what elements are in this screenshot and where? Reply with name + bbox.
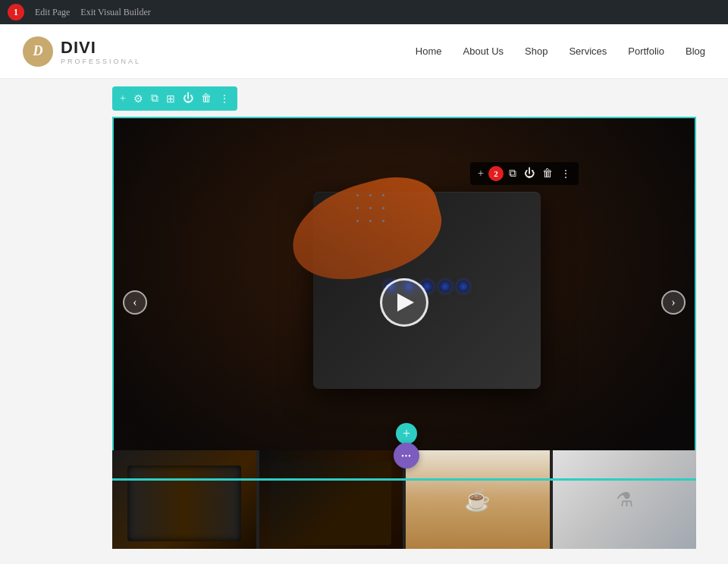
slider-next-button[interactable]: › [661, 290, 686, 315]
badge-2: 2 [488, 166, 504, 181]
section-add-icon[interactable]: + [120, 92, 126, 105]
module-disable-icon[interactable]: ⏻ [524, 168, 535, 180]
section-toolbar: + ⚙ ⧉ ⊞ ⏻ 🗑 ⋮ [112, 86, 237, 111]
thumbnail-4[interactable] [553, 450, 697, 549]
nav-home[interactable]: Home [416, 45, 442, 57]
section-settings-icon[interactable]: ⚙ [133, 92, 143, 105]
machine-body [313, 192, 541, 389]
module-duplicate-icon[interactable]: ⧉ [509, 168, 516, 180]
thumbnail-1[interactable] [112, 450, 256, 549]
section-disable-icon[interactable]: ⏻ [183, 92, 193, 105]
content-area: + ⚙ ⧉ ⊞ ⏻ 🗑 ⋮ [0, 79, 728, 564]
site-header: D DIVI PROFESSIONAL Home About Us Shop S… [0, 24, 728, 79]
logo-text: DIVI PROFESSIONAL [61, 38, 141, 65]
section-duplicate-icon[interactable]: ⧉ [151, 92, 158, 105]
module-toolbar: + ⚙ ⧉ ⏻ 🗑 ⋮ [470, 162, 579, 185]
main-nav: Home About Us Shop Services Portfolio Bl… [416, 45, 705, 57]
play-triangle-icon [397, 293, 414, 312]
nav-about[interactable]: About Us [463, 45, 504, 57]
admin-bar: 1 Edit Page Exit Visual Builder [0, 0, 728, 24]
nav-portfolio[interactable]: Portfolio [628, 45, 664, 57]
section-grid-icon[interactable]: ⊞ [166, 92, 175, 105]
floating-dots-button[interactable] [394, 443, 419, 468]
grid-dots [356, 194, 384, 233]
thumbnail-2[interactable] [259, 450, 403, 549]
exit-visual-builder-link[interactable]: Exit Visual Builder [80, 7, 150, 18]
nav-shop[interactable]: Shop [525, 45, 548, 57]
section-more-icon[interactable]: ⋮ [219, 92, 230, 105]
machine-btn-4 [439, 280, 451, 293]
slider-prev-button[interactable]: ‹ [123, 290, 147, 315]
section-delete-icon[interactable]: 🗑 [201, 92, 212, 105]
teal-divider [112, 478, 696, 481]
nav-blog[interactable]: Blog [686, 45, 705, 57]
badge-1: 1 [8, 4, 24, 20]
edit-page-link[interactable]: Edit Page [35, 7, 70, 18]
thumbnail-3[interactable] [406, 450, 550, 549]
module-delete-icon[interactable]: 🗑 [542, 168, 553, 180]
logo-area: D DIVI PROFESSIONAL [23, 36, 141, 67]
play-button[interactable] [380, 278, 428, 327]
machine-btn-5 [457, 280, 469, 293]
nav-services[interactable]: Services [569, 45, 607, 57]
logo-sub-text: PROFESSIONAL [61, 58, 141, 65]
floating-add-button[interactable]: + [396, 423, 417, 444]
logo-icon: D [23, 36, 53, 67]
logo-main-text: DIVI [61, 38, 141, 58]
module-add-icon[interactable]: + [478, 168, 484, 180]
module-more-icon[interactable]: ⋮ [560, 168, 571, 180]
